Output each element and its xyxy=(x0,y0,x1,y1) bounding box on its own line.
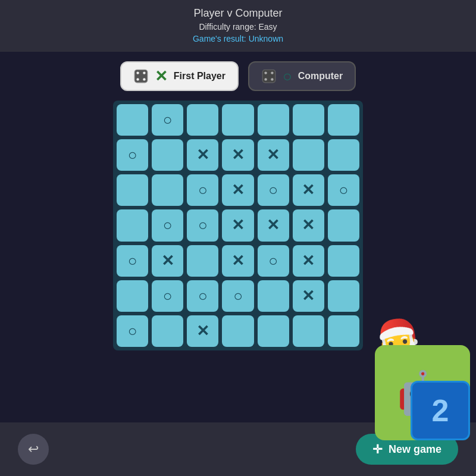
svg-point-6 xyxy=(264,71,267,74)
cell-1-0[interactable]: ○ xyxy=(117,139,148,171)
svg-rect-5 xyxy=(262,70,275,83)
svg-point-4 xyxy=(136,78,139,80)
cell-6-1[interactable] xyxy=(152,315,183,347)
cell-1-4[interactable]: ✕ xyxy=(258,139,289,171)
cell-3-2[interactable]: ○ xyxy=(187,209,218,241)
cell-5-2[interactable]: ○ xyxy=(187,280,218,312)
cell-0-4[interactable] xyxy=(258,104,289,136)
game-title: Player v Computer xyxy=(12,7,464,20)
x-symbol: ✕ xyxy=(155,68,168,84)
cell-3-1[interactable]: ○ xyxy=(152,209,183,241)
cell-0-6[interactable] xyxy=(328,104,359,136)
dice-icon-2 xyxy=(261,68,277,84)
cell-5-5[interactable]: ✕ xyxy=(293,280,324,312)
cell-1-5[interactable] xyxy=(293,139,324,171)
svg-point-3 xyxy=(143,71,145,74)
cell-0-2[interactable] xyxy=(187,104,218,136)
cell-4-5[interactable]: ✕ xyxy=(293,245,324,277)
result-label: Game's result: xyxy=(193,34,249,43)
svg-point-7 xyxy=(271,78,273,80)
result-row: Game's result: Unknown xyxy=(12,34,464,43)
svg-point-8 xyxy=(271,71,273,74)
cell-4-6[interactable] xyxy=(328,245,359,277)
cell-5-6[interactable] xyxy=(328,280,359,312)
cell-6-4[interactable] xyxy=(258,315,289,347)
cell-5-4[interactable] xyxy=(258,280,289,312)
svg-point-1 xyxy=(136,71,139,74)
gamepad-icon: ✛ xyxy=(372,442,383,456)
cell-0-3[interactable] xyxy=(222,104,253,136)
undo-button[interactable]: ↩ xyxy=(18,434,49,465)
cell-4-2[interactable] xyxy=(187,245,218,277)
cell-4-4[interactable]: ○ xyxy=(258,245,289,277)
cell-3-6[interactable] xyxy=(328,209,359,241)
undo-icon: ↩ xyxy=(28,441,39,457)
cell-4-0[interactable]: ○ xyxy=(117,245,148,277)
cell-3-4[interactable]: ✕ xyxy=(258,209,289,241)
cell-4-1[interactable]: ✕ xyxy=(152,245,183,277)
dice-icon-1 xyxy=(133,68,149,84)
result-value: Unknown xyxy=(249,34,283,43)
android-robot-icon: 🤖 xyxy=(397,368,449,417)
cell-1-2[interactable]: ✕ xyxy=(187,139,218,171)
svg-point-9 xyxy=(264,78,267,80)
cell-6-6[interactable] xyxy=(328,315,359,347)
cell-3-3[interactable]: ✕ xyxy=(222,209,253,241)
cell-6-0[interactable]: ○ xyxy=(117,315,148,347)
cell-0-5[interactable] xyxy=(293,104,324,136)
cell-0-0[interactable] xyxy=(117,104,148,136)
bottom-bar: ↩ ✛ New game xyxy=(0,422,476,476)
cell-1-1[interactable] xyxy=(152,139,183,171)
svg-rect-0 xyxy=(134,70,148,83)
cell-5-1[interactable]: ○ xyxy=(152,280,183,312)
cell-3-0[interactable] xyxy=(117,209,148,241)
cell-5-3[interactable]: ○ xyxy=(222,280,253,312)
header: Player v Computer Difficulty range: Easy… xyxy=(0,0,476,52)
new-game-button[interactable]: ✛ New game xyxy=(356,434,458,465)
cell-2-0[interactable] xyxy=(117,174,148,206)
cell-2-1[interactable] xyxy=(152,174,183,206)
svg-point-2 xyxy=(143,78,145,80)
tab-computer[interactable]: ○ Computer xyxy=(248,61,356,91)
computer-label: Computer xyxy=(298,71,343,82)
cell-2-6[interactable]: ○ xyxy=(328,174,359,206)
cell-5-0[interactable] xyxy=(117,280,148,312)
cell-2-2[interactable]: ○ xyxy=(187,174,218,206)
difficulty-label: Difficulty range: Easy xyxy=(12,22,464,32)
cell-2-5[interactable]: ✕ xyxy=(293,174,324,206)
first-player-label: First Player xyxy=(174,71,226,82)
cell-1-3[interactable]: ✕ xyxy=(222,139,253,171)
cell-6-5[interactable] xyxy=(293,315,324,347)
cell-2-4[interactable]: ○ xyxy=(258,174,289,206)
game-board: ○○✕✕✕○✕○✕○○○✕✕✕○✕✕○✕○○○✕○✕ xyxy=(113,101,363,350)
cell-0-1[interactable]: ○ xyxy=(152,104,183,136)
o-symbol: ○ xyxy=(283,68,292,84)
new-game-label: New game xyxy=(389,443,441,456)
board-container: ○○✕✕✕○✕○✕○○○✕✕✕○✕✕○✕○○○✕○✕ xyxy=(0,101,476,350)
cell-2-3[interactable]: ✕ xyxy=(222,174,253,206)
cell-6-2[interactable]: ✕ xyxy=(187,315,218,347)
cell-6-3[interactable] xyxy=(222,315,253,347)
cell-4-3[interactable]: ✕ xyxy=(222,245,253,277)
tab-first-player[interactable]: ✕ First Player xyxy=(120,61,239,91)
cell-1-6[interactable] xyxy=(328,139,359,171)
player-tabs: ✕ First Player ○ Computer xyxy=(0,52,476,101)
cell-3-5[interactable]: ✕ xyxy=(293,209,324,241)
